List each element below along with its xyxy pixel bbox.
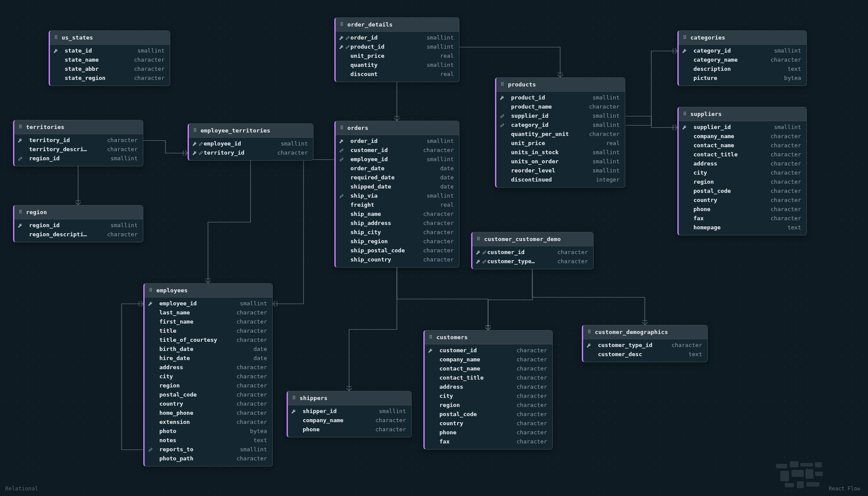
columns-list: order_idsmallintcustomer_idcharacterempl… [336,135,459,267]
table-header[interactable]: ⠿customer_demographics [583,325,707,339]
column-name: shipper_id [303,407,379,416]
table-name: customer_customer_demo [484,236,561,242]
drag-handle-icon[interactable]: ⠿ [587,329,591,335]
drag-handle-icon[interactable]: ⠿ [340,22,344,27]
column-name: freight [350,201,440,209]
primary-key-icon [476,259,481,264]
table-header[interactable]: ⠿employee_territories [189,124,313,138]
column-name: extension [159,418,237,427]
column-name: unit_price [350,52,440,60]
table-header[interactable]: ⠿customers [425,331,552,344]
table-suppliers[interactable]: ⠿supplierssupplier_idsmallintcompany_nam… [677,107,807,235]
table-header[interactable]: ⠿products [496,78,625,92]
column-row: faxcharacter [425,437,552,446]
column-type: character [771,205,801,214]
table-header[interactable]: ⠿customer_customer_demo [472,232,593,246]
column-type: character [423,146,454,155]
columns-list: product_idsmallintproduct_namecharacters… [496,92,625,187]
table-categories[interactable]: ⠿categoriescategory_idsmallintcategory_n… [677,30,807,86]
column-row: category_idsmallint [679,46,806,56]
primary-key-icon [18,138,23,143]
drag-handle-icon[interactable]: ⠿ [54,35,58,40]
column-row: quantity_per_unitcharacter [496,130,625,139]
drag-handle-icon[interactable]: ⠿ [193,128,197,133]
column-row: hire_datedate [145,354,272,363]
table-header[interactable]: ⠿order_details [336,18,459,32]
table-territories[interactable]: ⠿territoriesterritory_idcharacterterrito… [13,120,143,166]
primary-key-icon [428,348,433,353]
column-type: character [672,341,702,350]
column-name: birth_date [159,345,254,354]
table-region[interactable]: ⠿regionregion_idsmallintregion_descripti… [13,205,143,242]
table-header[interactable]: ⠿categories [679,31,806,45]
drag-handle-icon[interactable]: ⠿ [149,288,153,293]
drag-handle-icon[interactable]: ⠿ [429,334,433,340]
column-name: ship_region [350,238,423,246]
table-order_details[interactable]: ⠿order_detailsorder_idsmallintproduct_id… [334,17,459,82]
column-name: state_region [65,74,134,83]
column-name: discontinued [511,176,596,184]
column-row: employee_idsmallint [336,155,459,164]
column-row: region_descripti…character [14,230,143,239]
column-type: text [254,436,267,445]
column-name: shipped_date [350,183,440,191]
drag-handle-icon[interactable]: ⠿ [340,125,344,131]
column-name: category_id [693,47,774,55]
table-employees[interactable]: ⠿employeesemployee_idsmallintlast_namech… [143,283,273,466]
table-header[interactable]: ⠿us_states [50,31,170,45]
diagram-canvas[interactable]: ⠿us_statesstate_idsmallintstate_namechar… [0,0,868,496]
column-type: character [517,383,547,391]
table-name: territories [26,124,64,130]
primary-key-icon [587,343,591,348]
column-name: product_id [511,94,592,102]
column-row: descriptiontext [679,65,806,74]
relationship-edge [273,160,334,304]
column-name: region_id [29,155,110,163]
columns-list: supplier_idsmallintcompany_namecharacter… [679,121,806,235]
column-type: real [440,70,454,79]
table-customer_customer_demo[interactable]: ⠿customer_customer_democustomer_idcharac… [471,232,594,269]
column-row: customer_idcharacter [472,248,593,257]
drag-handle-icon[interactable]: ⠿ [19,209,23,215]
table-header[interactable]: ⠿territories [14,120,143,134]
table-header[interactable]: ⠿orders [336,121,459,135]
table-customer_demographics[interactable]: ⠿customer_demographicscustomer_type_idch… [582,325,708,362]
column-row: product_idsmallint [496,93,625,103]
table-header[interactable]: ⠿employees [145,284,272,298]
table-header[interactable]: ⠿region [14,205,143,219]
column-type: smallint [774,123,801,132]
table-name: order_details [347,21,393,28]
column-name: unit_price [511,139,606,148]
relationship-edge [459,47,560,78]
column-row: state_namecharacter [50,56,170,65]
column-row: supplier_idsmallint [496,112,625,121]
column-row: customer_type…character [472,257,593,266]
column-type: bytea [250,427,267,436]
table-customers[interactable]: ⠿customerscustomer_idcharactercompany_na… [423,330,553,450]
column-name: home_phone [159,409,237,417]
column-name: required_date [350,174,440,182]
column-name: region [159,382,237,390]
table-shippers[interactable]: ⠿shippersshipper_idsmallintcompany_namec… [287,391,412,437]
table-name: customers [436,334,468,341]
drag-handle-icon[interactable]: ⠿ [683,111,687,117]
drag-handle-icon[interactable]: ⠿ [477,236,481,242]
column-type: smallint [592,121,620,129]
column-type: character [517,392,547,400]
column-type: character [771,56,801,64]
table-us_states[interactable]: ⠿us_statesstate_idsmallintstate_namechar… [49,30,170,86]
drag-handle-icon[interactable]: ⠿ [292,395,296,401]
column-name: region_descripti… [29,231,107,239]
column-row: citycharacter [425,392,552,401]
table-employee_territories[interactable]: ⠿employee_territoriesemployee_idsmallint… [188,123,314,161]
table-products[interactable]: ⠿productsproduct_idsmallintproduct_namec… [495,77,625,188]
table-header[interactable]: ⠿suppliers [679,107,806,121]
drag-handle-icon[interactable]: ⠿ [19,124,23,130]
table-orders[interactable]: ⠿ordersorder_idsmallintcustomer_idcharac… [334,121,459,268]
column-type: smallint [426,155,454,164]
column-type: character [237,309,267,317]
drag-handle-icon[interactable]: ⠿ [501,82,505,87]
column-row: customer_idcharacter [336,146,459,155]
drag-handle-icon[interactable]: ⠿ [683,35,687,40]
table-header[interactable]: ⠿shippers [288,391,411,405]
